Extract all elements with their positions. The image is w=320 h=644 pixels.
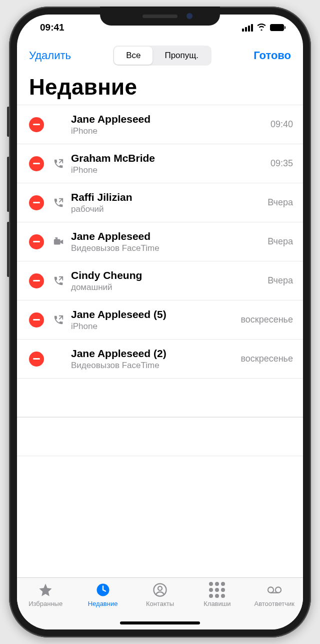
call-outgoing-icon <box>52 275 65 286</box>
svg-point-4 <box>268 587 274 592</box>
keypad-icon <box>209 582 225 598</box>
front-camera <box>186 13 192 19</box>
battery-icon <box>270 24 284 31</box>
segment-all[interactable]: Все <box>114 47 152 65</box>
call-time: Вчера <box>268 275 293 286</box>
star-icon <box>38 582 53 598</box>
call-main: Jane AppleseedВидеовызов FaceTime <box>71 230 264 253</box>
call-time: 09:40 <box>270 119 293 130</box>
device-frame: 09:41 Удалить Все Пропущ. Готово Недавни… <box>9 7 311 637</box>
tab-label: Недавние <box>88 600 118 607</box>
voicemail-icon <box>267 582 282 598</box>
call-subtitle: iPhone <box>71 126 266 136</box>
call-row[interactable]: Jane AppleseediPhone09:40 <box>17 105 303 144</box>
call-subtitle: Видеовызов FaceTime <box>71 361 236 371</box>
call-main: Jane AppleseediPhone <box>71 113 266 136</box>
call-subtitle: Видеовызов FaceTime <box>71 243 264 253</box>
tab-label: Избранные <box>28 600 62 607</box>
call-row[interactable]: Jane AppleseedВидеовызов FaceTimeВчера <box>17 222 303 261</box>
speaker <box>142 15 178 18</box>
page-title: Недавние <box>17 73 303 105</box>
tab-contacts[interactable]: Контакты <box>132 582 188 607</box>
status-time: 09:41 <box>32 22 64 33</box>
cellular-signal-icon <box>242 24 253 32</box>
segmented-control[interactable]: Все Пропущ. <box>113 46 212 66</box>
tab-keypad[interactable]: Клавиши <box>188 582 246 607</box>
contact-icon <box>152 582 168 598</box>
empty-row <box>17 417 303 456</box>
svg-point-5 <box>276 587 281 592</box>
delete-minus-icon[interactable] <box>29 312 44 328</box>
notch <box>100 7 220 26</box>
call-main: Jane Appleseed (5)iPhone <box>71 308 236 332</box>
tab-label: Клавиши <box>204 600 230 607</box>
call-name: Jane Appleseed (2) <box>71 348 236 360</box>
clock-icon <box>96 582 110 598</box>
call-outgoing-icon <box>52 314 65 326</box>
segment-missed[interactable]: Пропущ. <box>152 47 210 65</box>
call-row[interactable]: Jane Appleseed (2)Видеовызов FaceTimeвос… <box>17 339 303 378</box>
call-subtitle: домашний <box>71 282 264 292</box>
delete-minus-icon[interactable] <box>29 352 44 367</box>
call-row[interactable]: Cindy CheungдомашнийВчера <box>17 261 303 300</box>
call-time: воскресенье <box>240 314 293 325</box>
delete-minus-icon[interactable] <box>29 156 44 171</box>
nav-bar: Удалить Все Пропущ. Готово <box>17 41 303 73</box>
call-time: Вчера <box>268 197 293 208</box>
call-outgoing-icon <box>52 197 65 208</box>
done-button[interactable]: Готово <box>254 49 291 62</box>
svg-point-3 <box>158 586 162 590</box>
video-outgoing-icon <box>52 236 65 247</box>
call-name: Cindy Cheung <box>71 269 264 281</box>
tab-favorites[interactable]: Избранные <box>17 582 74 607</box>
call-main: Graham McBrideiPhone <box>71 152 266 175</box>
delete-minus-icon[interactable] <box>29 273 44 288</box>
call-time: 09:35 <box>270 158 293 169</box>
call-subtitle: iPhone <box>71 321 236 332</box>
delete-minus-icon[interactable] <box>29 234 44 249</box>
call-name: Jane Appleseed <box>71 230 264 242</box>
home-indicator[interactable] <box>120 621 200 624</box>
call-time: Вчера <box>268 236 293 247</box>
tab-label: Автоответчик <box>254 600 294 607</box>
tab-bar: Избранные Недавние Контакты Клавиши <box>17 577 303 629</box>
call-subtitle: рабочий <box>71 204 264 214</box>
tab-voicemail[interactable]: Автоответчик <box>246 582 303 607</box>
tab-recents[interactable]: Недавние <box>74 582 131 607</box>
call-subtitle: iPhone <box>71 165 266 175</box>
tab-label: Контакты <box>146 600 174 607</box>
delete-minus-icon[interactable] <box>29 117 44 132</box>
call-time: воскресенье <box>240 354 293 364</box>
call-row[interactable]: Jane Appleseed (5)iPhoneвоскресенье <box>17 300 303 339</box>
delete-minus-icon[interactable] <box>29 195 44 210</box>
call-main: Cindy Cheungдомашний <box>71 269 264 292</box>
screen: 09:41 Удалить Все Пропущ. Готово Недавни… <box>17 15 303 629</box>
call-main: Jane Appleseed (2)Видеовызов FaceTime <box>71 348 236 371</box>
call-name: Raffi Jilizian <box>71 191 264 203</box>
wifi-icon <box>256 23 266 33</box>
empty-row <box>17 378 303 417</box>
status-icons <box>242 23 288 33</box>
call-name: Graham McBride <box>71 152 266 164</box>
call-name: Jane Appleseed (5) <box>71 308 236 320</box>
call-outgoing-icon <box>52 158 65 169</box>
delete-button[interactable]: Удалить <box>29 49 71 62</box>
call-main: Raffi Jilizianрабочий <box>71 191 264 214</box>
recents-list[interactable]: Jane AppleseediPhone09:40Graham McBridei… <box>17 105 303 577</box>
call-row[interactable]: Raffi JilizianрабочийВчера <box>17 183 303 222</box>
call-row[interactable]: Graham McBrideiPhone09:35 <box>17 144 303 183</box>
call-name: Jane Appleseed <box>71 113 266 125</box>
